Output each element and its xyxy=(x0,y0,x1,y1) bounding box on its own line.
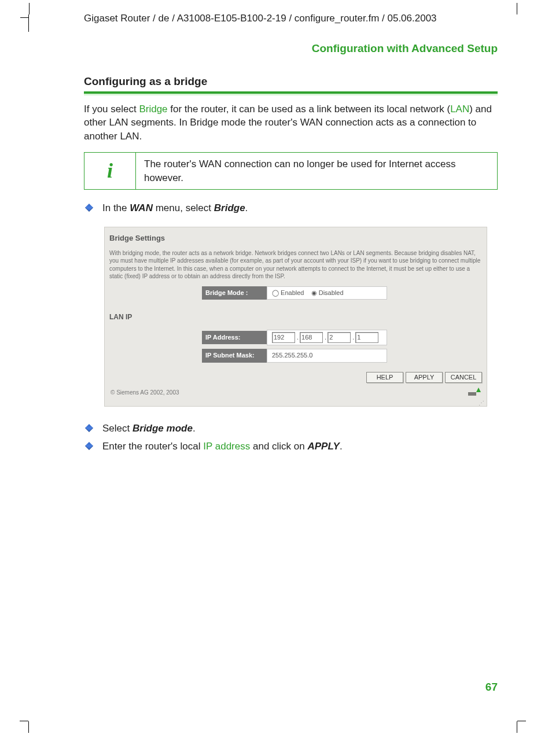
radio-disabled[interactable]: ◉ xyxy=(311,289,319,296)
page-number: 67 xyxy=(52,680,498,695)
button-row: HELP APPLY CANCEL xyxy=(105,368,487,385)
panel-title: Bridge Settings xyxy=(109,233,482,244)
text: Select xyxy=(102,423,133,434)
ip-octet-4[interactable]: 1 xyxy=(355,332,378,343)
bridge-mode-control[interactable]: ◯ Enabled ◉ Disabled xyxy=(267,286,387,300)
text: for the router, it can be used as a link… xyxy=(168,104,451,115)
header-path: Gigaset Router / de / A31008-E105-B100-2… xyxy=(84,12,498,25)
page-content: Gigaset Router / de / A31008-E105-B100-2… xyxy=(52,12,498,456)
ip-octet-1[interactable]: 192 xyxy=(272,332,295,343)
menu-wan: WAN xyxy=(130,202,153,213)
keyword-bridge: Bridge xyxy=(139,104,167,115)
status-icon xyxy=(468,390,481,396)
info-box: i The router's WAN connection can no lon… xyxy=(84,152,498,190)
apply-button[interactable]: APPLY xyxy=(406,372,443,383)
bridge-mode-label: Bridge Mode : xyxy=(202,286,267,300)
resize-grip-icon: ⋰ xyxy=(105,401,487,406)
radio-enabled[interactable]: ◯ xyxy=(272,289,281,296)
text: . xyxy=(193,423,196,434)
ip-address-row: IP Address: 192.168.2.1 xyxy=(109,330,482,345)
text: If you select xyxy=(84,104,139,115)
subnet-value: 255.255.255.0 xyxy=(267,349,387,362)
apply-term: APPLY xyxy=(307,441,339,452)
crop-mark-tr xyxy=(500,14,517,32)
keyword-lan: LAN xyxy=(450,104,469,115)
dot: . xyxy=(296,334,300,341)
crop-mark-br xyxy=(500,704,517,721)
info-icon: i xyxy=(84,153,136,189)
panel-description: With bridging mode, the router acts as a… xyxy=(109,249,482,281)
enabled-label: Enabled xyxy=(281,289,304,296)
step-item-3: Enter the router's local IP address and … xyxy=(84,438,498,454)
dot: . xyxy=(323,334,327,341)
bridge-mode-term: Bridge mode xyxy=(133,423,193,434)
copyright: © Siemens AG 2002, 2003 xyxy=(111,389,179,397)
subnet-label: IP Subnet Mask: xyxy=(202,349,267,362)
ip-address-label: IP Address: xyxy=(202,331,267,344)
keyword-ip-address: IP address xyxy=(203,441,250,452)
router-screenshot: Bridge Settings With bridging mode, the … xyxy=(104,227,487,407)
cancel-button[interactable]: CANCEL xyxy=(445,372,482,383)
text: . xyxy=(245,202,248,213)
menu-bridge: Bridge xyxy=(214,202,245,213)
heading-rule xyxy=(84,91,498,95)
subnet-row: IP Subnet Mask: 255.255.255.0 xyxy=(109,349,482,362)
intro-paragraph: If you select Bridge for the router, it … xyxy=(84,102,498,143)
ip-octet-3[interactable]: 2 xyxy=(327,332,351,343)
text: Enter the router's local xyxy=(102,441,203,452)
dot: . xyxy=(351,334,355,341)
bridge-mode-row: Bridge Mode : ◯ Enabled ◉ Disabled xyxy=(109,286,482,300)
ip-address-control: 192.168.2.1 xyxy=(267,330,387,345)
ip-octet-2[interactable]: 168 xyxy=(300,332,323,343)
crop-mark-tl xyxy=(28,14,46,32)
info-text: The router's WAN connection can no longe… xyxy=(136,153,497,189)
step-item-2: Select Bridge mode. xyxy=(84,421,498,436)
disabled-label: Disabled xyxy=(319,289,344,296)
help-button[interactable]: HELP xyxy=(366,372,403,383)
text: In the xyxy=(102,202,130,213)
lan-ip-heading: LAN IP xyxy=(109,312,482,322)
step-item-1: In the WAN menu, select Bridge. xyxy=(84,200,498,216)
document-title: Configuration with Advanced Setup xyxy=(52,41,498,56)
text: and click on xyxy=(250,441,307,452)
crop-mark-bl xyxy=(28,704,46,721)
section-heading: Configuring as a bridge xyxy=(84,74,498,89)
text: menu, select xyxy=(153,202,214,213)
screenshot-footer: © Siemens AG 2002, 2003 xyxy=(105,385,487,401)
text: . xyxy=(340,441,343,452)
